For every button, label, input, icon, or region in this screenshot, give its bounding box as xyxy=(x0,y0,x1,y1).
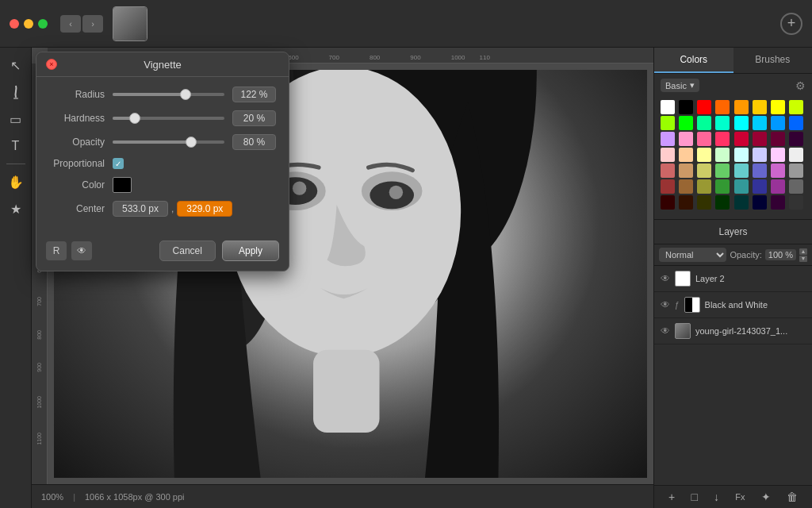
color-swatch[interactable] xyxy=(679,164,693,178)
color-picker[interactable] xyxy=(113,177,132,193)
color-swatch[interactable] xyxy=(661,179,675,194)
opacity-up-button[interactable]: ▲ xyxy=(799,248,807,255)
new-group-button[interactable]: □ xyxy=(691,491,697,503)
hardness-slider[interactable] xyxy=(113,117,224,120)
color-swatch[interactable] xyxy=(734,195,749,210)
reset-button[interactable]: R xyxy=(46,241,67,260)
color-swatch[interactable] xyxy=(771,100,785,114)
layer-visibility-toggle[interactable]: 👁 xyxy=(661,299,670,310)
color-swatch[interactable] xyxy=(715,164,730,178)
color-swatch[interactable] xyxy=(661,164,675,178)
add-tab-button[interactable]: + xyxy=(780,13,802,35)
settings-button[interactable]: ✦ xyxy=(761,491,771,503)
color-swatch[interactable] xyxy=(771,195,785,210)
color-swatch[interactable] xyxy=(734,164,749,178)
color-swatch[interactable] xyxy=(734,148,749,162)
color-swatch[interactable] xyxy=(789,100,803,114)
opacity-down-button[interactable]: ▼ xyxy=(799,256,807,262)
color-swatch[interactable] xyxy=(715,132,730,146)
color-swatch[interactable] xyxy=(753,195,767,210)
color-swatch[interactable] xyxy=(697,132,711,146)
color-swatch[interactable] xyxy=(697,195,711,210)
color-swatch[interactable] xyxy=(771,148,785,162)
fx-button[interactable]: Fx xyxy=(735,492,745,502)
color-swatch[interactable] xyxy=(697,164,711,178)
color-swatch[interactable] xyxy=(771,164,785,178)
paint-tool-button[interactable] xyxy=(5,81,27,103)
color-swatch[interactable] xyxy=(753,116,767,130)
color-swatch[interactable] xyxy=(715,116,730,130)
color-swatch[interactable] xyxy=(734,100,749,114)
radius-slider[interactable] xyxy=(113,93,224,96)
color-swatch[interactable] xyxy=(789,132,803,146)
cancel-button[interactable]: Cancel xyxy=(159,241,216,261)
proportional-checkbox[interactable]: ✓ xyxy=(113,158,124,169)
center-y-input[interactable]: 329.0 px xyxy=(177,201,232,217)
color-swatch[interactable] xyxy=(734,179,749,194)
color-swatch[interactable] xyxy=(679,179,693,194)
color-swatch[interactable] xyxy=(715,195,730,210)
color-swatch[interactable] xyxy=(771,179,785,194)
color-swatch[interactable] xyxy=(789,179,803,194)
blend-mode-select[interactable]: Normal Multiply Screen xyxy=(659,248,726,262)
dialog-close-button[interactable]: × xyxy=(46,59,57,70)
color-swatch[interactable] xyxy=(661,148,675,162)
layer-item[interactable]: 👁 young-girl-2143037_1... xyxy=(654,318,812,344)
radius-value[interactable]: 122 % xyxy=(232,87,276,102)
color-swatch[interactable] xyxy=(734,132,749,146)
add-layer-button[interactable]: + xyxy=(668,491,675,503)
color-swatch[interactable] xyxy=(715,148,730,162)
color-swatch[interactable] xyxy=(661,100,675,114)
color-swatch[interactable] xyxy=(715,100,730,114)
color-swatch[interactable] xyxy=(679,195,693,210)
layer-visibility-toggle[interactable]: 👁 xyxy=(661,273,670,284)
document-thumbnail[interactable] xyxy=(113,6,147,41)
gear-icon[interactable]: ⚙ xyxy=(795,79,806,92)
color-swatch[interactable] xyxy=(679,100,693,114)
apply-button[interactable]: Apply xyxy=(222,241,279,261)
color-swatch[interactable] xyxy=(734,116,749,130)
color-swatch[interactable] xyxy=(715,179,730,194)
opacity-slider[interactable] xyxy=(113,140,224,144)
color-swatch[interactable] xyxy=(789,164,803,178)
duplicate-layer-button[interactable]: ↓ xyxy=(714,491,719,503)
maximize-button[interactable] xyxy=(38,19,48,29)
center-x-input[interactable]: 533.0 px xyxy=(113,201,168,217)
color-swatch[interactable] xyxy=(753,179,767,194)
hardness-value[interactable]: 20 % xyxy=(232,110,276,126)
opacity-value[interactable]: 100 % xyxy=(765,249,796,260)
color-swatch[interactable] xyxy=(697,148,711,162)
tab-brushes[interactable]: Brushes xyxy=(733,48,813,73)
tab-colors[interactable]: Colors xyxy=(654,48,733,73)
color-swatch[interactable] xyxy=(789,148,803,162)
layer-item[interactable]: 👁 Layer 2 xyxy=(654,266,812,292)
minimize-button[interactable] xyxy=(24,19,33,29)
delete-layer-button[interactable]: 🗑 xyxy=(787,491,798,503)
color-swatch[interactable] xyxy=(661,132,675,146)
color-swatch[interactable] xyxy=(661,195,675,210)
color-swatch[interactable] xyxy=(789,195,803,210)
color-swatch[interactable] xyxy=(771,132,785,146)
rectangle-tool-button[interactable]: ▭ xyxy=(5,108,27,130)
color-swatch[interactable] xyxy=(789,116,803,130)
color-swatch[interactable] xyxy=(661,116,675,130)
nav-forward-button[interactable]: › xyxy=(82,15,103,33)
opacity-value[interactable]: 80 % xyxy=(232,134,276,150)
color-swatch[interactable] xyxy=(753,148,767,162)
opacity-stepper[interactable]: ▲ ▼ xyxy=(799,248,807,262)
select-tool-button[interactable]: ↖ xyxy=(5,54,27,76)
color-preset-dropdown[interactable]: Basic ▾ xyxy=(661,79,699,92)
color-swatch[interactable] xyxy=(753,164,767,178)
color-swatch[interactable] xyxy=(679,116,693,130)
color-swatch[interactable] xyxy=(697,116,711,130)
layer-visibility-toggle[interactable]: 👁 xyxy=(661,325,670,337)
color-swatch[interactable] xyxy=(679,132,693,146)
color-swatch[interactable] xyxy=(697,179,711,194)
color-swatch[interactable] xyxy=(697,100,711,114)
color-swatch[interactable] xyxy=(679,148,693,162)
color-swatch[interactable] xyxy=(753,132,767,146)
nav-back-button[interactable]: ‹ xyxy=(60,15,81,33)
hand-tool-button[interactable]: ✋ xyxy=(5,171,27,193)
star-tool-button[interactable]: ★ xyxy=(5,198,27,220)
preview-toggle-button[interactable]: 👁 xyxy=(71,241,92,260)
